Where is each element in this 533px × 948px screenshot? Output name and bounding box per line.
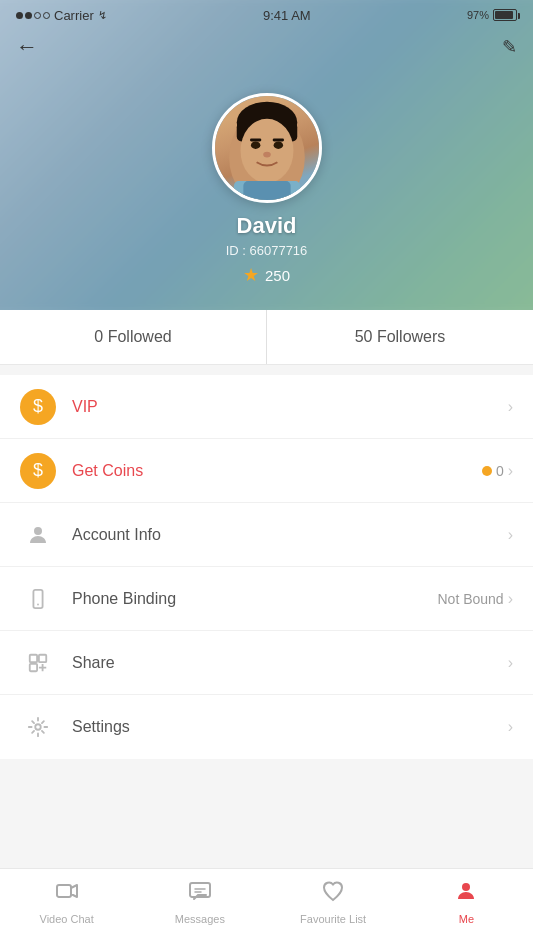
profile-coins: ★ 250	[243, 264, 290, 286]
coin-amount: 250	[265, 267, 290, 284]
account-info-icon	[20, 517, 56, 553]
profile-name: David	[237, 213, 297, 239]
svg-point-4	[240, 119, 293, 183]
svg-rect-17	[30, 663, 37, 670]
svg-rect-7	[249, 139, 260, 142]
status-bar: Carrier ↯ 9:41 AM 97%	[0, 0, 533, 30]
status-left: Carrier ↯	[16, 8, 107, 23]
svg-rect-16	[39, 654, 46, 661]
phone-binding-label: Phone Binding	[72, 590, 438, 608]
hero-content: David ID : 66077716 ★ 250	[0, 0, 533, 310]
signal-dot-2	[25, 12, 32, 19]
share-icon	[20, 645, 56, 681]
signal-dot-1	[16, 12, 23, 19]
get-coins-right: 0 ›	[482, 462, 513, 480]
svg-rect-13	[33, 589, 42, 607]
favourite-list-icon	[321, 879, 345, 909]
vip-right: ›	[508, 398, 513, 416]
get-coins-label: Get Coins	[72, 462, 482, 480]
avatar-face	[215, 96, 319, 200]
followers-count: 50 Followers	[355, 328, 446, 345]
followed-stat[interactable]: 0 Followed	[0, 310, 267, 364]
tab-bar: Video Chat Messages Favourite List Me	[0, 868, 533, 948]
account-info-label: Account Info	[72, 526, 508, 544]
share-chevron: ›	[508, 654, 513, 672]
account-info-menu-item[interactable]: Account Info ›	[0, 503, 533, 567]
tab-video-chat[interactable]: Video Chat	[0, 879, 133, 925]
phone-binding-chevron: ›	[508, 590, 513, 608]
signal-dot-4	[43, 12, 50, 19]
coin-number: 0	[496, 463, 504, 479]
signal-dot-3	[34, 12, 41, 19]
me-label: Me	[459, 913, 474, 925]
phone-binding-status: Not Bound	[438, 591, 504, 607]
tab-favourite-list[interactable]: Favourite List	[267, 879, 400, 925]
phone-binding-menu-item[interactable]: Phone Binding Not Bound ›	[0, 567, 533, 631]
account-info-chevron: ›	[508, 526, 513, 544]
get-coins-menu-item[interactable]: $ Get Coins 0 ›	[0, 439, 533, 503]
phone-binding-right: Not Bound ›	[438, 590, 514, 608]
avatar	[212, 93, 322, 203]
battery-icon	[493, 9, 517, 21]
edit-button[interactable]: ✎	[502, 36, 517, 58]
stats-row: 0 Followed 50 Followers	[0, 310, 533, 365]
account-info-right: ›	[508, 526, 513, 544]
profile-id: ID : 66077716	[226, 243, 308, 258]
svg-point-6	[273, 141, 282, 149]
menu-list: $ VIP › $ Get Coins 0 › Account Info ›	[0, 375, 533, 759]
settings-right: ›	[508, 718, 513, 736]
me-icon	[454, 879, 478, 909]
vip-label: VIP	[72, 398, 508, 416]
vip-menu-item[interactable]: $ VIP ›	[0, 375, 533, 439]
wifi-icon: ↯	[98, 9, 107, 22]
back-button[interactable]: ←	[16, 34, 38, 60]
svg-point-5	[250, 141, 259, 149]
star-icon: ★	[243, 264, 259, 286]
tab-me[interactable]: Me	[400, 879, 533, 925]
signal-dots	[16, 12, 50, 19]
svg-point-12	[34, 527, 42, 535]
status-time: 9:41 AM	[263, 8, 311, 23]
phone-binding-icon	[20, 581, 56, 617]
coin-count: 0	[482, 463, 504, 479]
share-label: Share	[72, 654, 508, 672]
favourite-list-label: Favourite List	[300, 913, 366, 925]
battery-percent: 97%	[467, 9, 489, 21]
coin-dot-icon	[482, 466, 492, 476]
settings-label: Settings	[72, 718, 508, 736]
svg-rect-8	[272, 139, 283, 142]
carrier-label: Carrier	[54, 8, 94, 23]
svg-rect-19	[57, 885, 71, 897]
svg-rect-11	[243, 181, 290, 200]
messages-label: Messages	[175, 913, 225, 925]
settings-icon	[20, 709, 56, 745]
tab-messages[interactable]: Messages	[133, 879, 266, 925]
battery-fill	[495, 11, 513, 19]
svg-rect-15	[30, 654, 37, 661]
video-chat-label: Video Chat	[40, 913, 94, 925]
profile-hero: David ID : 66077716 ★ 250 ← ✎	[0, 0, 533, 310]
get-coins-chevron: ›	[508, 462, 513, 480]
vip-icon: $	[20, 389, 56, 425]
svg-point-9	[263, 152, 271, 158]
settings-menu-item[interactable]: Settings ›	[0, 695, 533, 759]
svg-point-18	[35, 724, 41, 730]
status-right: 97%	[467, 9, 517, 21]
get-coins-icon: $	[20, 453, 56, 489]
video-chat-icon	[55, 879, 79, 909]
followed-count: 0 Followed	[94, 328, 171, 345]
svg-point-14	[37, 603, 39, 605]
share-menu-item[interactable]: Share ›	[0, 631, 533, 695]
vip-chevron: ›	[508, 398, 513, 416]
svg-point-21	[462, 883, 470, 891]
followers-stat[interactable]: 50 Followers	[267, 310, 533, 364]
settings-chevron: ›	[508, 718, 513, 736]
share-right: ›	[508, 654, 513, 672]
messages-icon	[188, 879, 212, 909]
